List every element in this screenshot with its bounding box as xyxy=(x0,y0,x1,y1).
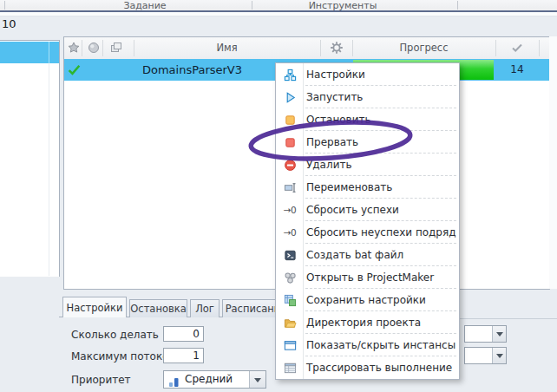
menu-item-settings[interactable]: Настройки xyxy=(276,63,459,86)
toolbar-strip xyxy=(0,12,557,16)
ribbon-tab-task[interactable]: Задание xyxy=(39,0,251,10)
stop-icon xyxy=(283,113,297,127)
projectmaker-icon xyxy=(283,271,297,284)
menu-item-create-bat[interactable]: Создать bat файл xyxy=(276,244,459,266)
task-table-header: Имя Прогресс xyxy=(63,36,557,60)
menu-item-reset-failures[interactable]: →0 Сбросить неуспехи подряд xyxy=(276,221,459,244)
save-settings-icon xyxy=(283,293,297,307)
menu-item-abort[interactable]: Прервать xyxy=(276,131,459,154)
rename-icon xyxy=(283,180,297,194)
instances-window-icon xyxy=(283,338,297,352)
folder-open-icon xyxy=(283,316,297,330)
right-select-1-dropdown-button[interactable] xyxy=(492,326,506,342)
success-check-icon[interactable] xyxy=(510,41,524,55)
max-threads-input[interactable] xyxy=(163,348,204,363)
chevron-down-icon xyxy=(496,354,503,358)
tab-settings[interactable]: Настройки xyxy=(62,297,127,317)
reset-zero-icon: →0 xyxy=(283,203,297,217)
right-select-2[interactable] xyxy=(464,347,507,364)
menu-item-trace-execution[interactable]: Трассировать выполнение xyxy=(276,356,459,379)
how-many-label: Сколько делать xyxy=(71,329,159,341)
menu-item-delete[interactable]: Удалить xyxy=(276,154,459,176)
chevron-down-icon xyxy=(254,378,261,382)
column-header-progress[interactable]: Прогресс xyxy=(352,42,495,54)
abort-icon xyxy=(283,135,297,149)
sitemap-icon xyxy=(283,68,297,82)
gear-icon[interactable] xyxy=(330,41,344,55)
priority-select[interactable]: Средний xyxy=(163,370,266,389)
menu-item-save-settings[interactable]: Сохранить настройки xyxy=(276,289,459,311)
ribbon-separator xyxy=(252,1,252,10)
column-separator xyxy=(495,40,496,56)
priority-label: Приоритет xyxy=(71,374,131,386)
column-header-name[interactable]: Имя xyxy=(134,42,320,54)
context-menu: Настройки Запустить Остановить Прервать xyxy=(275,62,460,380)
ribbon-tab-tools[interactable]: Инструменты xyxy=(260,0,425,10)
column-separator xyxy=(82,40,82,56)
menu-item-toggle-instances[interactable]: Показать/скрыть инстансы xyxy=(276,334,459,356)
left-list-panel xyxy=(0,40,60,277)
delete-icon xyxy=(283,158,297,172)
bat-file-icon xyxy=(283,248,297,262)
column-separator xyxy=(49,42,49,63)
column-separator xyxy=(539,40,540,56)
tab-log[interactable]: Лог xyxy=(190,299,220,317)
globe-icon[interactable] xyxy=(87,41,101,55)
success-count: 14 xyxy=(495,63,539,75)
left-list-selected-row[interactable] xyxy=(0,42,59,63)
ribbon-bar: Задание Инструменты xyxy=(0,0,557,12)
column-separator xyxy=(320,40,321,56)
panel-border xyxy=(458,318,557,319)
menu-item-project-directory[interactable]: Директория проекта xyxy=(276,311,459,334)
table-right-margin xyxy=(549,36,557,289)
right-select-2-dropdown-button[interactable] xyxy=(492,348,506,363)
max-threads-label: Максимум потоков xyxy=(71,350,175,363)
ribbon-separator xyxy=(457,1,458,10)
play-icon xyxy=(283,90,297,104)
how-many-input[interactable] xyxy=(163,326,204,342)
right-select-1[interactable] xyxy=(464,325,507,343)
copies-icon[interactable] xyxy=(109,41,123,55)
priority-bars-icon xyxy=(168,375,180,386)
menu-item-rename[interactable]: Переименовать xyxy=(276,176,459,199)
priority-value: Средний xyxy=(185,373,233,385)
app-window: Задание Инструменты 10 Имя Прогресс xyxy=(0,0,557,392)
trace-grid-icon xyxy=(283,361,297,375)
menu-item-reset-successes[interactable]: →0 Сбросить успехи xyxy=(276,199,459,221)
menu-item-open-projectmaker[interactable]: Открыть в ProjectMaker xyxy=(276,266,459,289)
menu-item-run[interactable]: Запустить xyxy=(276,86,459,108)
chevron-down-icon xyxy=(496,332,503,336)
priority-dropdown-button[interactable] xyxy=(249,371,265,388)
threads-count-label: 10 xyxy=(2,17,16,30)
menu-item-stop[interactable]: Остановить xyxy=(276,108,459,131)
favorite-star-icon[interactable] xyxy=(67,41,81,55)
reset-zero-icon: →0 xyxy=(283,225,297,239)
column-separator xyxy=(102,40,103,56)
ribbon-separator xyxy=(4,1,5,10)
column-separator xyxy=(49,63,49,276)
tab-stop[interactable]: Остановка xyxy=(129,299,187,317)
